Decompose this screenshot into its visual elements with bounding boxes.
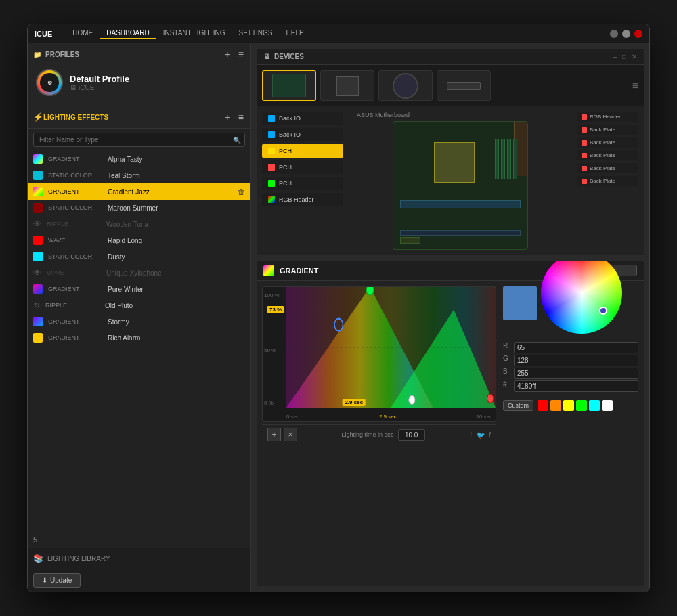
custom-button[interactable]: Custom [503,400,533,411]
hex-input[interactable] [514,380,638,392]
nav-instant-lighting[interactable]: INSTANT LIGHTING [156,28,232,39]
svg-point-3 [409,395,415,404]
right-comp-back-plate-3[interactable]: Back Plate [577,150,638,160]
maximize-device-button[interactable]: □ [622,53,626,60]
gradient-graph[interactable]: 100 % 50 % 0 % [262,286,496,422]
preset-orange[interactable] [550,400,561,411]
delete-effect-button[interactable]: 🗑 [238,188,245,196]
nav-home[interactable]: HOME [66,28,100,39]
mb-diagram: ASUS Motherboard [350,112,571,250]
device-thumb-fan[interactable] [378,70,433,101]
right-comp-back-plate-5[interactable]: Back Plate [577,176,638,186]
right-panel: 🖥 DEVICES – □ ✕ [251,43,649,592]
add-effect-button[interactable]: + [223,112,232,123]
component-pch-3[interactable]: PCH [262,177,343,190]
effect-item[interactable]: 👁 RIPPLE Wooden Tuna [28,216,250,232]
g-input[interactable] [514,355,638,366]
effect-menu-button[interactable]: ≡ [237,112,245,123]
effect-item[interactable]: GRADIENT Alpha Tasty [28,151,250,167]
effect-color-swatch [33,171,43,180]
color-picker-area: R G B # Custom [503,286,638,444]
effects-count: 5 [33,535,37,544]
lighting-time-input[interactable] [398,429,425,441]
profile-item[interactable]: ⚙ Default Profile 🖥 iCUE [33,65,245,100]
color-wheel[interactable] [541,261,622,334]
board-highlight [434,142,475,183]
nav-menu: HOME DASHBOARD INSTANT LIGHTING SETTINGS… [66,28,310,39]
preset-green[interactable] [576,400,587,411]
comp-color [268,131,275,138]
nav-dashboard[interactable]: DASHBOARD [100,28,156,39]
effect-item[interactable]: 👁 WAVE Unique Xylophone [28,265,250,281]
comp-color [268,148,275,154]
effect-item-active[interactable]: GRADIENT Gradient Jazz 🗑 [28,183,250,200]
right-comp-back-plate-4[interactable]: Back Plate [577,163,638,173]
search-input[interactable] [33,133,245,147]
r-label: R [503,342,512,353]
effect-color-swatch [33,154,43,164]
preset-area: Custom [503,400,638,411]
percent-marker-bubble: 73 % [267,306,284,313]
share-icon[interactable]: ⤴ [469,431,473,439]
profile-name: Default Profile [70,74,242,84]
x-label-mid: 2.9 sec [378,414,398,420]
b-input[interactable] [514,368,638,379]
lighting-header: ⚡ LIGHTING EFFECTS + ≡ [28,106,250,129]
component-pch-active[interactable]: PCH [262,144,343,158]
profiles-actions: + ≡ [223,49,245,60]
right-comp-rgb-header[interactable]: RGB Header [577,112,638,122]
color-wheel-container[interactable] [541,261,622,334]
color-swatch-current[interactable] [503,286,537,320]
effect-item[interactable]: STATIC COLOR Maroon Summer [28,200,250,216]
component-rgb-header[interactable]: RGB Header [262,193,343,206]
r-input[interactable] [514,342,638,353]
component-pch-2[interactable]: PCH [262,160,343,174]
profile-menu-button[interactable]: ≡ [237,49,245,60]
effect-item[interactable]: STATIC COLOR Dusty [28,248,250,265]
effect-item[interactable]: ↻ RIPPLE Old Pluto [28,297,250,313]
close-button[interactable] [634,30,642,38]
library-title: LIGHTING LIBRARY [47,555,110,563]
close-device-button[interactable]: ✕ [632,53,637,60]
effect-item[interactable]: GRADIENT Pure Winter [28,281,250,297]
preset-white[interactable] [602,400,613,411]
component-back-io-2[interactable]: Back IO [262,128,343,141]
minimize-button[interactable] [610,30,618,38]
maximize-button[interactable] [622,30,630,38]
effect-item[interactable]: GRADIENT Rich Alarm [28,330,250,346]
facebook-icon[interactable]: f [489,431,491,439]
device-options-button[interactable]: ≡ [627,81,644,91]
device-thumb-motherboard[interactable] [262,70,316,101]
add-stop-button[interactable]: + [267,428,281,441]
effect-color-swatch [33,203,43,213]
library-icon: 📚 [33,554,43,563]
preset-red[interactable] [538,400,548,411]
profiles-title: 📁 PROFILES [33,51,79,58]
minimize-device-button[interactable]: – [613,53,617,60]
preset-cyan[interactable] [589,400,600,411]
twitter-icon[interactable]: 🐦 [477,431,485,439]
right-comp-back-plate-1[interactable]: Back Plate [577,125,638,135]
nav-help[interactable]: HELP [280,28,311,39]
remove-stop-button[interactable]: × [284,428,297,441]
nav-settings[interactable]: SETTINGS [232,28,280,39]
add-profile-button[interactable]: + [223,49,232,60]
color-wheel-indicator [599,307,607,315]
eye-hidden-icon: 👁 [33,219,41,229]
lighting-library: 📚 LIGHTING LIBRARY [28,548,250,569]
preset-yellow[interactable] [563,400,574,411]
effect-color-swatch [33,333,43,343]
device-thumb-cpu[interactable] [320,70,374,101]
device-thumb-other[interactable] [437,70,491,101]
device-thumbnails [257,65,496,106]
effect-color-swatch [33,187,43,196]
mb-label: ASUS Motherboard [357,112,410,118]
effect-item[interactable]: WAVE Rapid Long [28,232,250,248]
right-comp-back-plate-2[interactable]: Back Plate [577,137,638,148]
component-back-io-1[interactable]: Back IO [262,112,343,125]
preset-colors [538,400,613,411]
effect-item[interactable]: STATIC COLOR Teal Storm [28,167,250,183]
update-button[interactable]: ⬇ Update [33,573,81,588]
effect-item[interactable]: GRADIENT Stormy [28,313,250,330]
effect-color-swatch [33,236,43,245]
